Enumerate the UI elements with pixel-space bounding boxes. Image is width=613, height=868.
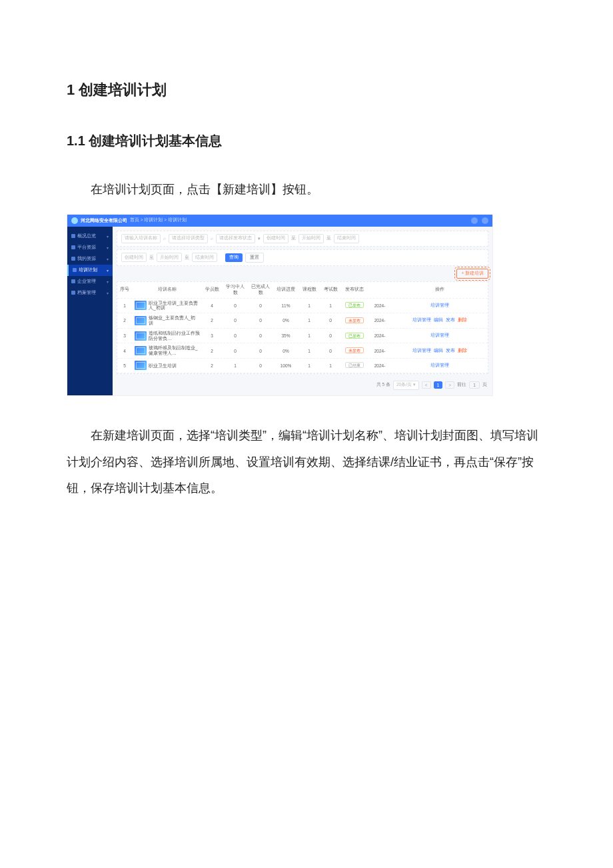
cell-idx: 2 xyxy=(117,316,132,325)
sidebar-item-5[interactable]: 档案管理▾ xyxy=(67,287,113,299)
cell-courses: 1 xyxy=(299,347,320,355)
select-publish-status[interactable]: 请选择发布状态 xyxy=(216,234,255,243)
course-thumb-icon xyxy=(135,316,147,325)
date-end-2[interactable]: 结束时间 xyxy=(192,253,217,262)
cell-year: 2024- xyxy=(368,331,392,340)
user-avatar-icon[interactable] xyxy=(482,217,488,224)
date-create-2[interactable]: 创建时间 xyxy=(121,253,147,262)
pagination: 共 5 条 20条/页 ▾ < 1 > 前往 1 页 xyxy=(117,377,488,391)
cell-status: 已发布 xyxy=(341,301,368,311)
select-training-type[interactable]: 请选择培训类型 xyxy=(169,234,208,243)
cell-progress: 35% xyxy=(273,331,299,340)
pager-size-select[interactable]: 20条/页 ▾ xyxy=(393,381,419,390)
menu-icon xyxy=(71,279,75,283)
search-icon: ⌕ xyxy=(163,236,166,241)
op-delete[interactable]: 删除 xyxy=(458,348,467,354)
sidebar-item-0[interactable]: 概况总览▾ xyxy=(67,231,113,242)
th-done: 已完成人数 xyxy=(248,282,273,298)
sidebar-item-4[interactable]: 企业管理▾ xyxy=(67,276,113,287)
course-thumb-icon xyxy=(135,361,147,370)
date-create[interactable]: 创建时间 xyxy=(263,234,289,243)
cell-ops: 培训管理编辑发布删除 xyxy=(392,346,488,356)
new-training-button[interactable]: + 新建培训 xyxy=(456,269,488,279)
sidebar-item-3[interactable]: 培训计划▾ xyxy=(67,265,113,276)
cell-ops: 培训管理编辑发布删除 xyxy=(392,315,488,325)
cell-members: 2 xyxy=(201,361,223,370)
input-training-name[interactable]: 请输入培训名称 xyxy=(121,234,161,243)
sidebar-item-2[interactable]: 我的资源▾ xyxy=(67,253,113,265)
op-manage[interactable]: 培训管理 xyxy=(412,348,431,354)
op-publish[interactable]: 发布 xyxy=(446,317,455,323)
chevron-down-icon: ▾ xyxy=(107,245,109,250)
menu-icon xyxy=(71,245,75,249)
cell-courses: 1 xyxy=(299,301,320,310)
cell-courses: 1 xyxy=(299,331,320,340)
search-button[interactable]: 查询 xyxy=(225,253,243,262)
cell-learning: 0 xyxy=(223,347,248,355)
pager-prev[interactable]: < xyxy=(422,381,431,389)
table-header-row: 序号 培训名称 学员数 学习中人数 已完成人数 培训进度 课程数 考试数 发布状… xyxy=(117,282,488,299)
label-to: 至 xyxy=(326,235,331,241)
cell-exams: 0 xyxy=(320,347,341,355)
date-end[interactable]: 结束时间 xyxy=(334,234,359,243)
filter-bar-row2: 创建时间 至 开始时间 至 结束时间 查询 重置 xyxy=(117,249,488,266)
heading-1: 1 创建培训计划 xyxy=(67,80,546,100)
cell-done: 0 xyxy=(248,331,273,340)
search-icon: ⌕ xyxy=(211,236,213,241)
course-thumb-icon xyxy=(135,301,147,310)
cell-ops: 培训管理 xyxy=(392,301,488,311)
cell-idx: 1 xyxy=(117,301,132,310)
th-members: 学员数 xyxy=(201,285,223,295)
cell-idx: 3 xyxy=(117,331,132,340)
download-icon[interactable] xyxy=(471,217,478,224)
op-publish[interactable]: 发布 xyxy=(446,348,455,354)
cell-members: 2 xyxy=(201,347,223,355)
date-start[interactable]: 开始时间 xyxy=(299,234,324,243)
label-to: 至 xyxy=(291,235,296,241)
cell-status: 已发布 xyxy=(341,331,368,341)
th-status: 发布状态 xyxy=(341,285,368,295)
cell-exams: 1 xyxy=(320,361,341,370)
cell-ops: 培训管理 xyxy=(392,331,488,341)
table-row: 1职业卫生培训_主要负责人_初训40011%11已发布2024-培训管理 xyxy=(117,299,488,314)
op-edit[interactable]: 编辑 xyxy=(434,348,443,354)
menu-icon xyxy=(73,268,77,272)
op-edit[interactable]: 编辑 xyxy=(434,317,443,323)
pager-next[interactable]: > xyxy=(445,381,454,389)
paragraph-2: 在新建培训页面，选择“培训类型”，编辑“培训计划名称”、培训计划封面图、填写培训… xyxy=(67,423,546,502)
label-to: 至 xyxy=(185,255,189,261)
op-manage[interactable]: 培训管理 xyxy=(412,317,431,323)
cell-progress: 11% xyxy=(273,301,299,310)
cell-courses: 1 xyxy=(299,361,320,370)
sidebar-item-1[interactable]: 平台资源▾ xyxy=(67,242,113,253)
pager-page-suffix: 页 xyxy=(482,382,487,388)
date-start-2[interactable]: 开始时间 xyxy=(157,253,182,262)
pager-goto-input[interactable]: 1 xyxy=(469,381,480,389)
cell-name: 造纸和纸制品行业工作预防分管负… xyxy=(132,329,201,343)
cell-progress: 100% xyxy=(273,361,299,370)
cell-name: 炼钢业_主要负责人_初训 xyxy=(132,313,201,328)
op-manage[interactable]: 培训管理 xyxy=(430,333,449,339)
th-ops: 操作 xyxy=(392,285,488,295)
op-manage[interactable]: 培训管理 xyxy=(430,363,449,369)
course-thumb-icon xyxy=(135,331,147,341)
cell-exams: 1 xyxy=(320,301,341,310)
cell-name: 职业卫生培训 xyxy=(132,359,201,372)
th-progress: 培训进度 xyxy=(273,285,299,295)
pager-page-1[interactable]: 1 xyxy=(434,381,443,389)
th-courses: 课程数 xyxy=(299,285,320,295)
chevron-down-icon: ▾ xyxy=(258,236,261,241)
cell-name: 职业卫生培训_主要负责人_初训 xyxy=(132,299,201,313)
op-delete[interactable]: 删除 xyxy=(458,317,467,323)
training-table: 序号 培训名称 学员数 学习中人数 已完成人数 培训进度 课程数 考试数 发布状… xyxy=(117,281,488,374)
cell-learning: 0 xyxy=(223,301,248,310)
app-screenshot: 河北网络安全有限公司 首页 > 培训计划 > 培训计划 概况总览▾平台资源▾我的… xyxy=(67,214,493,396)
op-manage[interactable]: 培训管理 xyxy=(430,303,449,309)
cell-members: 4 xyxy=(201,301,223,310)
sidebar: 概况总览▾平台资源▾我的资源▾培训计划▾企业管理▾档案管理▾ xyxy=(67,227,113,395)
label-to: 至 xyxy=(149,255,154,261)
cell-done: 0 xyxy=(248,316,273,325)
th-learning: 学习中人数 xyxy=(223,282,248,298)
reset-button[interactable]: 重置 xyxy=(245,253,264,263)
cell-learning: 0 xyxy=(223,331,248,340)
